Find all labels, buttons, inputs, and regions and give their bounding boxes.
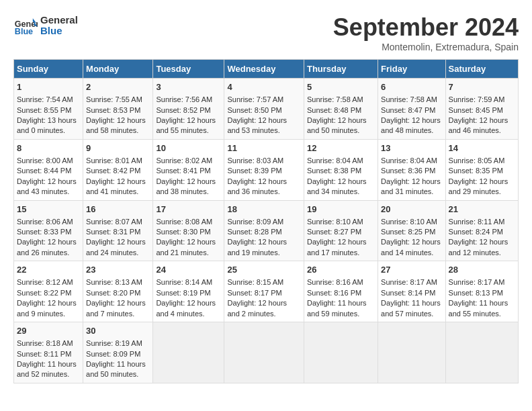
- calendar-row: 29Sunrise: 8:18 AMSunset: 8:11 PMDayligh…: [14, 322, 519, 383]
- logo-line1: General: [40, 15, 78, 26]
- daylight: Daylight: 12 hours and 17 minutes.: [307, 238, 367, 256]
- sunrise: Sunrise: 8:17 AM: [381, 278, 437, 286]
- calendar-header-saturday: Saturday: [445, 60, 518, 79]
- svg-text:Blue: Blue: [15, 27, 33, 36]
- daylight: Daylight: 12 hours and 9 minutes.: [17, 299, 77, 317]
- sunrise: Sunrise: 8:08 AM: [156, 218, 212, 226]
- day-number: 24: [156, 264, 221, 276]
- daylight: Daylight: 12 hours and 43 minutes.: [17, 177, 77, 195]
- daylight: Daylight: 12 hours and 50 minutes.: [307, 116, 367, 134]
- daylight: Daylight: 12 hours and 29 minutes.: [449, 177, 508, 195]
- calendar-cell: 29Sunrise: 8:18 AMSunset: 8:11 PMDayligh…: [14, 322, 83, 383]
- subtitle: Montemolin, Extremadura, Spain: [333, 42, 519, 52]
- calendar-cell: 9Sunrise: 8:01 AMSunset: 8:42 PMDaylight…: [83, 139, 153, 200]
- sunset: Sunset: 8:45 PM: [449, 106, 503, 114]
- sunset: Sunset: 8:30 PM: [156, 228, 210, 236]
- sunset: Sunset: 8:35 PM: [449, 167, 503, 175]
- sunrise: Sunrise: 7:54 AM: [17, 95, 73, 103]
- title-block: September 2024 Montemolin, Extremadura, …: [333, 13, 519, 52]
- calendar-cell: 7Sunrise: 7:59 AMSunset: 8:45 PMDaylight…: [445, 79, 518, 140]
- daylight: Daylight: 11 hours and 57 minutes.: [381, 299, 441, 317]
- day-number: 8: [17, 142, 80, 154]
- sunset: Sunset: 8:33 PM: [17, 228, 71, 236]
- calendar-cell: 23Sunrise: 8:13 AMSunset: 8:20 PMDayligh…: [83, 261, 153, 322]
- sunset: Sunset: 8:48 PM: [307, 106, 361, 114]
- main-title: September 2024: [333, 13, 519, 42]
- day-number: 11: [227, 142, 301, 154]
- day-number: 29: [17, 325, 80, 337]
- calendar-cell: 20Sunrise: 8:10 AMSunset: 8:25 PMDayligh…: [378, 200, 445, 261]
- sunset: Sunset: 8:41 PM: [156, 167, 210, 175]
- day-number: 28: [449, 264, 515, 276]
- sunrise: Sunrise: 8:03 AM: [227, 156, 283, 165]
- day-number: 12: [307, 142, 375, 154]
- calendar-cell: [153, 322, 224, 383]
- calendar-cell: 27Sunrise: 8:17 AMSunset: 8:14 PMDayligh…: [378, 261, 445, 322]
- daylight: Daylight: 12 hours and 7 minutes.: [86, 299, 146, 317]
- calendar-cell: 2Sunrise: 7:55 AMSunset: 8:53 PMDaylight…: [83, 79, 153, 140]
- sunset: Sunset: 8:53 PM: [86, 106, 140, 114]
- page-header: General Blue General Blue September 2024…: [13, 13, 519, 52]
- day-number: 4: [227, 81, 301, 93]
- sunrise: Sunrise: 8:10 AM: [307, 218, 363, 226]
- calendar-cell: 14Sunrise: 8:05 AMSunset: 8:35 PMDayligh…: [445, 139, 518, 200]
- sunset: Sunset: 8:19 PM: [156, 289, 210, 297]
- calendar-cell: 21Sunrise: 8:11 AMSunset: 8:24 PMDayligh…: [445, 200, 518, 261]
- sunrise: Sunrise: 8:07 AM: [86, 218, 142, 226]
- calendar-cell: 5Sunrise: 7:58 AMSunset: 8:48 PMDaylight…: [304, 79, 378, 140]
- daylight: Daylight: 12 hours and 24 minutes.: [86, 238, 146, 256]
- calendar-cell: 22Sunrise: 8:12 AMSunset: 8:22 PMDayligh…: [14, 261, 83, 322]
- calendar-row: 8Sunrise: 8:00 AMSunset: 8:44 PMDaylight…: [14, 139, 519, 200]
- calendar-cell: 8Sunrise: 8:00 AMSunset: 8:44 PMDaylight…: [14, 139, 83, 200]
- calendar-table: SundayMondayTuesdayWednesdayThursdayFrid…: [13, 59, 519, 383]
- sunrise: Sunrise: 8:15 AM: [227, 278, 283, 286]
- sunset: Sunset: 8:13 PM: [449, 289, 503, 297]
- daylight: Daylight: 12 hours and 2 minutes.: [227, 299, 287, 317]
- sunset: Sunset: 8:24 PM: [449, 228, 503, 236]
- daylight: Daylight: 11 hours and 50 minutes.: [86, 360, 146, 378]
- sunset: Sunset: 8:17 PM: [227, 289, 281, 297]
- daylight: Daylight: 12 hours and 12 minutes.: [449, 238, 508, 256]
- day-number: 13: [381, 142, 442, 154]
- sunset: Sunset: 8:27 PM: [307, 228, 361, 236]
- calendar-cell: 17Sunrise: 8:08 AMSunset: 8:30 PMDayligh…: [153, 200, 224, 261]
- day-number: 16: [86, 203, 150, 216]
- sunset: Sunset: 8:42 PM: [86, 167, 140, 175]
- day-number: 19: [307, 203, 375, 216]
- sunrise: Sunrise: 7:55 AM: [86, 95, 142, 103]
- calendar-row: 1Sunrise: 7:54 AMSunset: 8:55 PMDaylight…: [14, 79, 519, 140]
- sunset: Sunset: 8:55 PM: [17, 106, 71, 114]
- day-number: 9: [86, 142, 150, 154]
- sunrise: Sunrise: 8:05 AM: [449, 156, 505, 165]
- calendar-cell: 4Sunrise: 7:57 AMSunset: 8:50 PMDaylight…: [224, 79, 304, 140]
- calendar-cell: 25Sunrise: 8:15 AMSunset: 8:17 PMDayligh…: [224, 261, 304, 322]
- calendar-cell: [445, 322, 518, 383]
- sunrise: Sunrise: 8:04 AM: [381, 156, 437, 165]
- sunset: Sunset: 8:16 PM: [307, 289, 361, 297]
- logo-line2: Blue: [40, 26, 78, 37]
- daylight: Daylight: 11 hours and 52 minutes.: [17, 360, 77, 378]
- sunrise: Sunrise: 8:12 AM: [17, 278, 73, 286]
- day-number: 14: [449, 142, 515, 154]
- sunrise: Sunrise: 8:17 AM: [449, 278, 505, 286]
- day-number: 6: [381, 81, 442, 93]
- sunset: Sunset: 8:52 PM: [156, 106, 210, 114]
- calendar-cell: [304, 322, 378, 383]
- logo: General Blue General Blue: [13, 13, 78, 38]
- sunset: Sunset: 8:39 PM: [227, 167, 281, 175]
- sunrise: Sunrise: 8:10 AM: [381, 218, 437, 226]
- sunset: Sunset: 8:25 PM: [381, 228, 435, 236]
- calendar-cell: 6Sunrise: 7:58 AMSunset: 8:47 PMDaylight…: [378, 79, 445, 140]
- daylight: Daylight: 12 hours and 14 minutes.: [381, 238, 441, 256]
- calendar-header-friday: Friday: [378, 60, 445, 79]
- sunrise: Sunrise: 8:16 AM: [307, 278, 363, 286]
- day-number: 10: [156, 142, 221, 154]
- day-number: 20: [381, 203, 442, 216]
- daylight: Daylight: 13 hours and 0 minutes.: [17, 116, 77, 134]
- day-number: 21: [449, 203, 515, 216]
- calendar-row: 22Sunrise: 8:12 AMSunset: 8:22 PMDayligh…: [14, 261, 519, 322]
- day-number: 25: [227, 264, 301, 276]
- day-number: 1: [17, 81, 80, 93]
- sunrise: Sunrise: 8:18 AM: [17, 339, 73, 347]
- sunset: Sunset: 8:47 PM: [381, 106, 435, 114]
